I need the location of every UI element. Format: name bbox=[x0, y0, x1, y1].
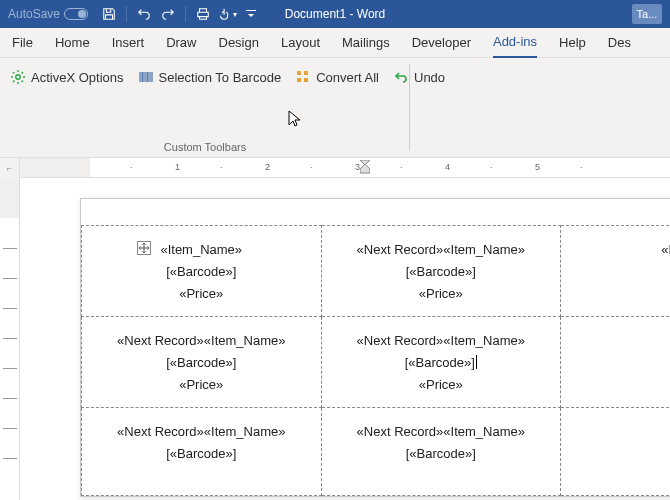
merge-field: «N bbox=[661, 242, 670, 257]
vertical-ruler[interactable] bbox=[0, 178, 20, 500]
tab-file[interactable]: File bbox=[12, 28, 33, 58]
tab-developer[interactable]: Developer bbox=[412, 28, 471, 58]
horizontal-ruler[interactable]: ⌐ 1 2 3 4 5 ······ bbox=[0, 158, 670, 178]
label-cell[interactable] bbox=[561, 317, 670, 408]
undo-addon-label: Undo bbox=[414, 70, 445, 85]
merge-field: «Price» bbox=[419, 286, 463, 301]
svg-rect-2 bbox=[304, 71, 308, 75]
merge-field: «Next Record»«Item_Name» bbox=[357, 424, 525, 439]
table-row: «Next Record»«Item_Name» [«Barcode»] «Pr… bbox=[82, 317, 671, 408]
label-cell[interactable]: «Next Record»«Item_Name» [«Barcode»] «Pr… bbox=[321, 317, 561, 408]
undo-button[interactable] bbox=[133, 3, 155, 25]
title-bar: AutoSave ▾ Document1 - Word Ta... bbox=[0, 0, 670, 28]
customize-qat-button[interactable] bbox=[240, 3, 262, 25]
tab-help[interactable]: Help bbox=[559, 28, 586, 58]
ruler-tick: 5 bbox=[535, 162, 540, 172]
svg-rect-1 bbox=[297, 71, 301, 75]
quick-access-toolbar: ▾ bbox=[98, 3, 262, 25]
table-row: «Next Record»«Item_Name» [«Barcode»] «Ne… bbox=[82, 408, 671, 496]
table-row: «Item_Name» [«Barcode»] «Price» «Next Re… bbox=[82, 226, 671, 317]
document-canvas[interactable]: «Item_Name» [«Barcode»] «Price» «Next Re… bbox=[20, 178, 670, 500]
account-button[interactable]: Ta... bbox=[632, 4, 662, 24]
tab-home[interactable]: Home bbox=[55, 28, 90, 58]
document-title: Document1 - Word bbox=[285, 7, 385, 21]
merge-field: «Next Record»«Item_Name» bbox=[117, 333, 285, 348]
tab-mailings[interactable]: Mailings bbox=[342, 28, 390, 58]
convert-all-label: Convert All bbox=[316, 70, 379, 85]
tab-draw[interactable]: Draw bbox=[166, 28, 196, 58]
merge-field: «Next Record»«Item_Name» bbox=[357, 242, 525, 257]
save-button[interactable] bbox=[98, 3, 120, 25]
label-cell[interactable]: «N bbox=[561, 226, 670, 317]
indent-marker-icon[interactable] bbox=[360, 160, 370, 174]
labels-table: «Item_Name» [«Barcode»] «Price» «Next Re… bbox=[81, 225, 670, 496]
merge-field: «Next Record»«Item_Name» bbox=[117, 424, 285, 439]
selection-to-barcode-button[interactable]: Selection To Barcode bbox=[138, 66, 282, 88]
merge-field: [«Barcode»] bbox=[405, 355, 475, 370]
grid-icon bbox=[295, 69, 311, 85]
label-cell[interactable]: «Next Record»«Item_Name» [«Barcode»] «Pr… bbox=[321, 226, 561, 317]
tab-layout[interactable]: Layout bbox=[281, 28, 320, 58]
page: «Item_Name» [«Barcode»] «Price» «Next Re… bbox=[80, 198, 670, 497]
merge-field: [«Barcode»] bbox=[406, 446, 476, 461]
convert-all-button[interactable]: Convert All bbox=[295, 66, 379, 88]
undo-addon-button[interactable]: Undo bbox=[393, 66, 445, 88]
barcode-icon bbox=[138, 69, 154, 85]
svg-rect-4 bbox=[304, 78, 308, 82]
merge-field: «Price» bbox=[179, 377, 223, 392]
merge-field: «Price» bbox=[419, 377, 463, 392]
merge-field: [«Barcode»] bbox=[406, 264, 476, 279]
svg-point-0 bbox=[16, 75, 20, 79]
merge-field: «Item_Name» bbox=[160, 242, 242, 257]
tab-addins[interactable]: Add-ins bbox=[493, 28, 537, 58]
merge-field: [«Barcode»] bbox=[166, 446, 236, 461]
ribbon: ActiveX Options Selection To Barcode Con… bbox=[0, 58, 670, 158]
ruler-tick: 2 bbox=[265, 162, 270, 172]
label-cell[interactable]: «Next Record»«Item_Name» [«Barcode»] bbox=[82, 408, 322, 496]
table-move-handle[interactable] bbox=[137, 241, 151, 255]
document-area: «Item_Name» [«Barcode»] «Price» «Next Re… bbox=[0, 178, 670, 500]
tab-design[interactable]: Design bbox=[219, 28, 259, 58]
text-cursor bbox=[476, 355, 477, 369]
merge-field: [«Barcode»] bbox=[166, 264, 236, 279]
ribbon-tabs: File Home Insert Draw Design Layout Mail… bbox=[0, 28, 670, 58]
tab-design-table[interactable]: Des bbox=[608, 28, 631, 58]
svg-rect-3 bbox=[297, 78, 301, 82]
touch-mode-button[interactable]: ▾ bbox=[216, 3, 238, 25]
label-cell[interactable]: «Item_Name» [«Barcode»] «Price» bbox=[82, 226, 322, 317]
label-cell[interactable]: «Next Record»«Item_Name» [«Barcode»] «Pr… bbox=[82, 317, 322, 408]
redo-button[interactable] bbox=[157, 3, 179, 25]
toggle-switch-icon bbox=[64, 8, 88, 20]
ribbon-group-separator bbox=[409, 64, 410, 151]
merge-field: «Next Record»«Item_Name» bbox=[357, 333, 525, 348]
autosave-label: AutoSave bbox=[8, 7, 60, 21]
ruler-corner: ⌐ bbox=[0, 158, 20, 178]
merge-field: «Price» bbox=[179, 286, 223, 301]
autosave-toggle[interactable]: AutoSave bbox=[8, 7, 88, 21]
activex-label: ActiveX Options bbox=[31, 70, 124, 85]
print-button[interactable] bbox=[192, 3, 214, 25]
tab-insert[interactable]: Insert bbox=[112, 28, 145, 58]
ruler-tick: 1 bbox=[175, 162, 180, 172]
selection-to-barcode-label: Selection To Barcode bbox=[159, 70, 282, 85]
label-cell[interactable]: «Next Record»«Item_Name» [«Barcode»] bbox=[321, 408, 561, 496]
ribbon-group-label: Custom Toolbars bbox=[0, 141, 410, 153]
merge-field: [«Barcode»] bbox=[166, 355, 236, 370]
undo-arrow-icon bbox=[393, 69, 409, 85]
activex-options-button[interactable]: ActiveX Options bbox=[10, 66, 124, 88]
label-cell[interactable] bbox=[561, 408, 670, 496]
ruler-tick: 4 bbox=[445, 162, 450, 172]
gear-icon bbox=[10, 69, 26, 85]
